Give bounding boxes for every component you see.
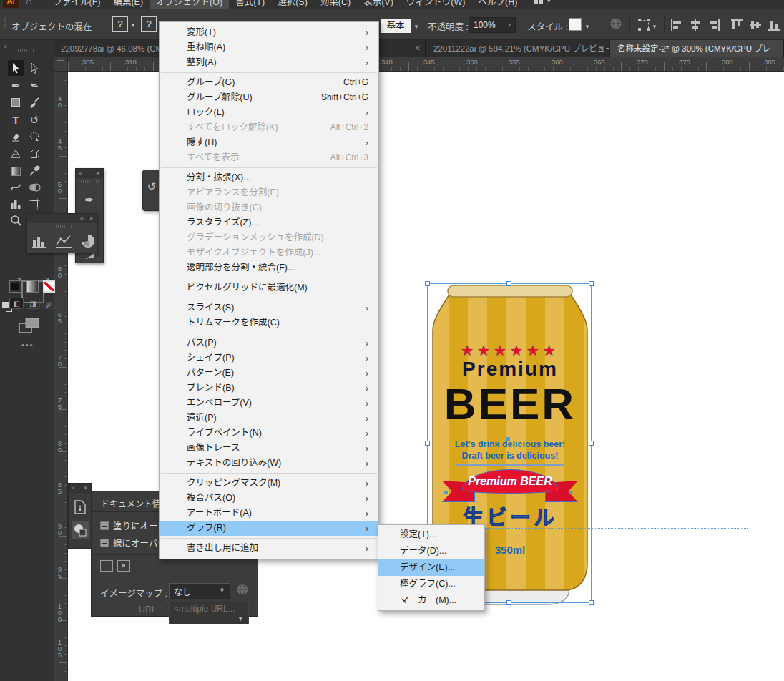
checkbox-indeterminate[interactable]	[100, 521, 109, 530]
vertical-ruler[interactable]: 4045506065707580859095100105	[54, 72, 68, 681]
collapse-dock-icon[interactable]: ‹‹	[4, 43, 6, 50]
pie-graph-icon[interactable]	[81, 234, 95, 248]
column-graph-icon[interactable]	[32, 235, 46, 248]
align-hcenter-icon[interactable]	[690, 19, 702, 31]
panel-grip[interactable]	[16, 49, 34, 52]
menu-item[interactable]: 整列(A)›	[160, 55, 378, 70]
url-dropdown[interactable]: <multiple URL...▼	[169, 602, 249, 624]
draw-behind-mode-button[interactable]: ◨	[26, 298, 40, 309]
graph-tools-tearoff-panel[interactable]: ‹‹✕	[26, 213, 97, 253]
document-tab[interactable]: 22011222ai @ 594.21% (CMYK/GPU プレビュー...✕	[426, 40, 609, 57]
menu-item[interactable]: ブレンド(B)›	[160, 381, 378, 396]
menu-item[interactable]: すべてをロック解除(K)Alt+Ctrl+2	[160, 120, 378, 135]
align-top-icon[interactable]	[731, 19, 743, 31]
menu-item[interactable]: 遠近(P)›	[160, 411, 378, 426]
anchor-point[interactable]	[506, 437, 510, 441]
workspace-switcher-icon[interactable]	[534, 0, 543, 4]
menu-item[interactable]: グラフ(R)›	[160, 521, 378, 536]
menubar-item[interactable]: ファイル(F)	[46, 0, 107, 9]
style-swatch[interactable]	[569, 18, 582, 31]
submenu-item[interactable]: マーカー(M)...	[378, 592, 484, 609]
menu-item[interactable]: トリムマークを作成(C)	[160, 315, 378, 330]
paintbrush-tool[interactable]	[26, 94, 42, 110]
menu-item[interactable]: グループ(G)Ctrl+G	[160, 75, 378, 90]
artboard-tool[interactable]	[26, 196, 42, 212]
menu-item[interactable]: パターン(E)›	[160, 366, 378, 381]
menu-item[interactable]: 隠す(H)›	[160, 135, 378, 150]
pen-tool[interactable]: ✒	[8, 77, 24, 93]
selection-handle[interactable]	[589, 441, 594, 446]
appearance-dropdown[interactable]: 基本	[381, 19, 411, 33]
shape-builder-tool[interactable]	[26, 180, 42, 195]
menu-item[interactable]: 透明部分を分割・統合(F)...	[160, 260, 378, 275]
app-logo-icon[interactable]: Ai	[3, 0, 19, 8]
none-button[interactable]	[43, 280, 55, 293]
publish-globe-icon[interactable]	[609, 17, 622, 30]
submenu-item[interactable]: データ(D)...	[378, 543, 484, 559]
chevron-down-icon[interactable]: ▼	[413, 24, 419, 30]
menubar-item[interactable]: オブジェクト(O)	[150, 0, 229, 9]
width-tool[interactable]	[8, 180, 24, 195]
align-right-icon[interactable]	[708, 19, 720, 31]
opacity-input[interactable]: 100%›	[469, 17, 516, 33]
close-icon[interactable]: ✕	[415, 40, 421, 57]
perspective-grid-tool[interactable]	[8, 146, 24, 162]
menubar-item[interactable]: 表示(V)	[357, 0, 400, 9]
chevron-down-icon[interactable]: ▼	[584, 24, 590, 30]
menubar-item[interactable]: ヘルプ(H)	[471, 0, 524, 9]
screen-mode-icon[interactable]	[19, 318, 40, 335]
selection-handle[interactable]	[589, 281, 594, 286]
eyedropper-tool[interactable]	[26, 163, 42, 179]
edit-toolbar-icon[interactable]: •••	[21, 340, 34, 349]
align-vcenter-icon[interactable]	[750, 19, 762, 31]
menubar-item[interactable]: 書式(T)	[229, 0, 271, 9]
menubar-item[interactable]: 編集(E)	[107, 0, 150, 9]
menu-item[interactable]: ライブペイント(N)›	[160, 426, 378, 441]
anchor-point[interactable]	[444, 491, 448, 494]
rectangle-tool[interactable]	[8, 94, 24, 110]
opacity-label[interactable]: 不透明度 :	[428, 19, 469, 34]
panel-grip[interactable]	[4, 16, 6, 33]
menu-item[interactable]: すべてを表示Alt+Ctrl+3	[160, 150, 378, 165]
attributes-panel-icon[interactable]	[72, 521, 89, 539]
menu-item[interactable]: ロック(L)›	[160, 105, 378, 120]
menu-item[interactable]: 重ね順(A)›	[160, 40, 378, 55]
draw-normal-mode-button[interactable]: ◧	[9, 298, 24, 309]
menu-item[interactable]: テキストの回り込み(W)›	[160, 456, 378, 471]
close-icon[interactable]: ✕	[83, 484, 88, 493]
line-graph-icon[interactable]	[56, 235, 72, 248]
free-transform-tool[interactable]	[26, 146, 42, 162]
menubar-item[interactable]: ウィンドウ(W)	[400, 0, 472, 9]
selection-handle[interactable]	[506, 281, 511, 286]
align-left-icon[interactable]	[671, 19, 683, 31]
anchor-point[interactable]	[569, 491, 572, 494]
column-graph-tool[interactable]	[8, 196, 24, 212]
menu-item[interactable]: グラデーションメッシュを作成(D)...	[160, 230, 378, 245]
menu-item[interactable]: ピクセルグリッドに最適化(M)	[160, 280, 378, 295]
menu-item[interactable]: 複合パス(O)›	[160, 491, 378, 506]
overprint-stroke-row[interactable]: 線にオーバー	[100, 536, 167, 549]
stroke-swatch-unknown[interactable]: ?	[141, 16, 157, 32]
lasso-tool[interactable]	[26, 129, 42, 144]
submenu-item[interactable]: デザイン(E)...	[378, 559, 484, 576]
fill-swatch-unknown[interactable]: ?	[112, 16, 128, 32]
selection-tool[interactable]	[8, 60, 24, 76]
bounding-box-icon[interactable]	[638, 19, 650, 31]
eraser-tool[interactable]	[8, 129, 24, 144]
submenu-item[interactable]: 設定(T)...	[378, 526, 484, 543]
menu-item[interactable]: エンベロープ(V)›	[160, 396, 378, 411]
align-bottom-icon[interactable]	[768, 19, 780, 31]
zoom-tool[interactable]	[8, 212, 24, 228]
menu-item[interactable]: アートボード(A)›	[160, 506, 378, 521]
menu-item[interactable]: 画像の切り抜き(C)	[160, 200, 378, 215]
checkbox-indeterminate[interactable]	[100, 539, 109, 547]
draw-inside-mode-button[interactable]: ◉	[42, 298, 57, 309]
document-info-panel-icon[interactable]	[72, 498, 89, 516]
close-icon[interactable]: ✕	[95, 169, 100, 178]
ruler-corner[interactable]	[54, 57, 68, 72]
menu-item[interactable]: 分割・拡張(X)...	[160, 170, 378, 185]
menubar-item[interactable]: 効果(C)	[314, 0, 357, 9]
gradient-tool[interactable]	[8, 163, 24, 179]
close-icon[interactable]: ✕	[89, 214, 94, 223]
chevron-down-icon[interactable]: ▼	[130, 22, 136, 29]
